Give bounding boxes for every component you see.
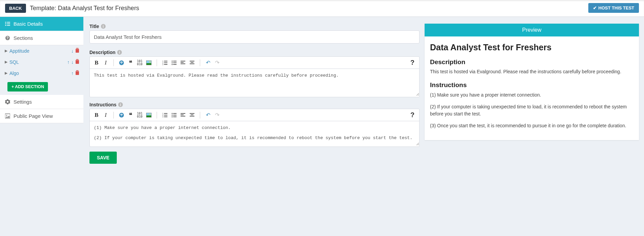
redo-icon[interactable]: ↷ <box>213 111 221 119</box>
align-center-icon[interactable] <box>188 59 196 67</box>
host-test-button[interactable]: ✔ HOST THIS TEST <box>588 3 639 13</box>
sidebar-item-label: Sections <box>14 35 33 41</box>
section-name: Algo <box>9 71 71 76</box>
svg-rect-23 <box>181 61 185 61</box>
description-textarea[interactable] <box>90 69 419 96</box>
sidebar-item-basic-details[interactable]: Basic Details <box>0 17 83 31</box>
section-item-algo[interactable]: ▶ Algo ↑ <box>0 68 83 79</box>
description-editor: B I ❝ 101010 123 ↶ ↷ ? <box>89 56 420 97</box>
quote-icon[interactable]: ❝ <box>127 59 135 67</box>
move-up-icon[interactable]: ↑ <box>71 71 74 76</box>
svg-rect-16 <box>164 64 167 65</box>
sidebar-item-sections[interactable]: ? Sections <box>0 31 83 45</box>
bold-icon[interactable]: B <box>92 59 101 67</box>
align-left-icon[interactable] <box>179 111 187 119</box>
svg-rect-45 <box>190 113 194 114</box>
image-insert-icon[interactable] <box>145 111 153 119</box>
svg-point-17 <box>171 60 172 61</box>
svg-point-9 <box>6 115 7 116</box>
svg-rect-3 <box>7 24 10 24</box>
sidebar: Basic Details ? Sections ▶ Apptitude ↓ ▶… <box>0 17 83 171</box>
undo-icon[interactable]: ↶ <box>204 111 212 119</box>
svg-rect-1 <box>7 22 10 23</box>
svg-text:?: ? <box>6 36 8 40</box>
back-button[interactable]: BACK <box>5 4 26 13</box>
svg-rect-41 <box>173 116 177 117</box>
instructions-textarea[interactable] <box>90 121 419 146</box>
code-icon[interactable]: 101010 <box>136 111 144 119</box>
svg-text:3: 3 <box>162 116 163 117</box>
editor-help-icon[interactable]: ? <box>410 111 417 119</box>
move-down-icon[interactable]: ↓ <box>71 48 74 54</box>
svg-rect-42 <box>181 113 185 114</box>
svg-point-38 <box>171 114 172 115</box>
move-up-icon[interactable]: ↑ <box>67 59 70 65</box>
svg-rect-18 <box>173 61 177 61</box>
svg-rect-12 <box>164 61 167 61</box>
delete-icon[interactable] <box>75 59 79 65</box>
svg-rect-5 <box>7 25 10 26</box>
instructions-label: Instructions <box>89 102 116 107</box>
section-item-sql[interactable]: ▶ SQL ↑ ↓ <box>0 56 83 68</box>
host-test-label: HOST THIS TEST <box>598 5 634 10</box>
svg-rect-43 <box>181 114 184 115</box>
link-icon[interactable] <box>117 59 126 67</box>
sidebar-item-settings[interactable]: Settings <box>0 95 83 109</box>
ordered-list-icon[interactable]: 123 <box>161 59 169 67</box>
section-name: Apptitude <box>9 48 71 54</box>
editor-help-icon[interactable]: ? <box>410 59 417 67</box>
svg-rect-35 <box>164 116 167 117</box>
title-input[interactable] <box>89 30 420 44</box>
preview-title: Data Analyst Test for Freshers <box>430 43 634 52</box>
svg-rect-24 <box>181 62 184 63</box>
caret-right-icon: ▶ <box>5 49 7 53</box>
bullet-list-icon[interactable] <box>170 59 178 67</box>
svg-rect-2 <box>5 24 6 24</box>
preview-instruction-item: (1) Make sure you have a proper internet… <box>430 91 634 99</box>
separator <box>157 59 157 66</box>
move-down-icon[interactable]: ↓ <box>71 59 74 65</box>
preview-description-text: This test is hosted via Evalground. Plea… <box>430 69 634 75</box>
ordered-list-icon[interactable]: 123 <box>161 111 169 119</box>
section-item-apptitude[interactable]: ▶ Apptitude ↓ <box>0 45 83 56</box>
bold-icon[interactable]: B <box>92 111 101 119</box>
page-title: Template: Data Analyst Test for Freshers <box>30 5 139 12</box>
svg-rect-22 <box>173 64 177 65</box>
svg-point-21 <box>171 64 172 65</box>
separator <box>113 59 114 66</box>
instructions-editor: B I ❝ 101010 123 ↶ ↷ ? <box>89 109 420 147</box>
delete-icon[interactable] <box>75 48 79 54</box>
description-label: Description <box>89 50 115 55</box>
bullet-list-icon[interactable] <box>170 111 178 119</box>
align-left-icon[interactable] <box>179 59 187 67</box>
link-icon[interactable] <box>117 111 126 119</box>
svg-rect-27 <box>191 62 193 63</box>
separator <box>113 112 114 119</box>
sidebar-item-label: Settings <box>14 99 32 105</box>
image-insert-icon[interactable] <box>145 59 153 67</box>
undo-icon[interactable]: ↶ <box>204 59 212 67</box>
delete-icon[interactable] <box>75 70 79 76</box>
preview-instruction-item: (3) Once you start the test, it is recom… <box>430 122 634 129</box>
quote-icon[interactable]: ❝ <box>127 111 135 119</box>
svg-rect-46 <box>191 114 193 115</box>
sidebar-item-public-page[interactable]: Public Page View <box>0 109 83 123</box>
italic-icon[interactable]: I <box>102 59 110 67</box>
info-icon[interactable]: i <box>117 50 122 55</box>
svg-point-40 <box>171 116 172 117</box>
preview-instruction-item: (2) If your computer is taking unexpecte… <box>430 103 634 117</box>
gear-icon <box>5 99 10 104</box>
redo-icon[interactable]: ↷ <box>213 59 221 67</box>
align-center-icon[interactable] <box>188 111 196 119</box>
sidebar-item-label: Public Page View <box>14 113 53 119</box>
italic-icon[interactable]: I <box>102 111 110 119</box>
sidebar-item-label: Basic Details <box>14 21 43 27</box>
add-section-button[interactable]: + ADD SECTION <box>7 82 48 91</box>
info-icon[interactable]: i <box>101 24 106 29</box>
separator <box>157 112 157 119</box>
svg-rect-33 <box>164 115 167 115</box>
code-icon[interactable]: 101010 <box>136 59 144 67</box>
list-icon <box>5 21 10 26</box>
save-button[interactable]: SAVE <box>89 152 117 164</box>
info-icon[interactable]: i <box>118 102 123 107</box>
